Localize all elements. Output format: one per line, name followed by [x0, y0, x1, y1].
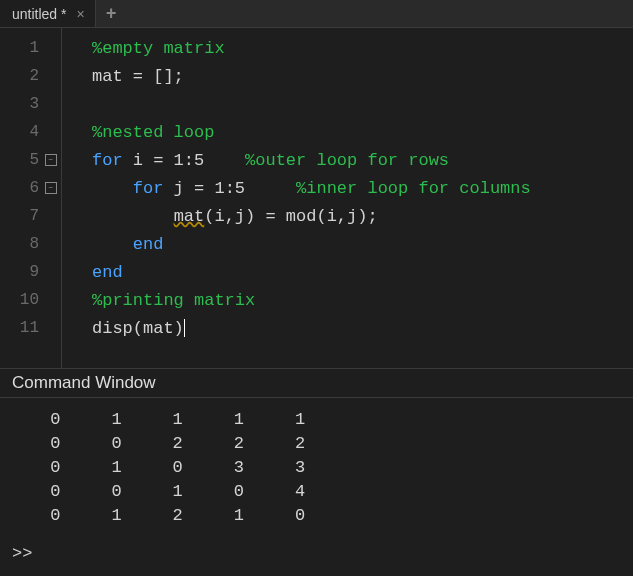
code-line: %nested loop	[92, 118, 633, 146]
line-number: 9	[9, 263, 39, 281]
output-row: 0 0 1 0 4	[40, 480, 593, 504]
command-window-title: Command Window	[0, 368, 633, 398]
text-cursor	[184, 319, 185, 337]
output-row: 0 1 0 3 3	[40, 456, 593, 480]
line-number: 8	[9, 235, 39, 253]
line-number: 1	[9, 39, 39, 57]
code-line: %printing matrix	[92, 286, 633, 314]
command-prompt[interactable]: >>	[0, 538, 633, 569]
line-gutter: 1 2 3 4 5− 6− 7 8 9 10 11	[0, 28, 62, 368]
tab-bar: untitled * × +	[0, 0, 633, 28]
line-number: 5	[9, 151, 39, 169]
line-number: 6	[9, 179, 39, 197]
code-line: end	[92, 258, 633, 286]
code-line: for i = 1:5 %outer loop for rows	[92, 146, 633, 174]
output-row: 0 0 2 2 2	[40, 432, 593, 456]
command-output: 0 1 1 1 1 0 0 2 2 2 0 1 0 3 3 0 0 1 0 4 …	[0, 398, 633, 538]
code-line: disp(mat)	[92, 314, 633, 342]
code-area[interactable]: %empty matrix mat = []; %nested loop for…	[62, 28, 633, 368]
line-number: 10	[9, 291, 39, 309]
code-line: %empty matrix	[92, 34, 633, 62]
line-number: 2	[9, 67, 39, 85]
code-line	[92, 90, 633, 118]
code-line: for j = 1:5 %inner loop for columns	[92, 174, 633, 202]
tab-untitled[interactable]: untitled * ×	[0, 0, 96, 27]
line-number: 7	[9, 207, 39, 225]
output-row: 0 1 1 1 1	[40, 408, 593, 432]
code-line: mat = [];	[92, 62, 633, 90]
code-line: mat(i,j) = mod(i,j);	[92, 202, 633, 230]
code-editor[interactable]: 1 2 3 4 5− 6− 7 8 9 10 11 %empty matrix …	[0, 28, 633, 368]
add-tab-button[interactable]: +	[96, 4, 127, 24]
output-row: 0 1 2 1 0	[40, 504, 593, 528]
line-number: 3	[9, 95, 39, 113]
close-icon[interactable]: ×	[74, 6, 86, 22]
fold-icon[interactable]: −	[45, 182, 57, 194]
code-line: end	[92, 230, 633, 258]
line-number: 4	[9, 123, 39, 141]
line-number: 11	[9, 319, 39, 337]
fold-icon[interactable]: −	[45, 154, 57, 166]
tab-title: untitled *	[12, 6, 66, 22]
